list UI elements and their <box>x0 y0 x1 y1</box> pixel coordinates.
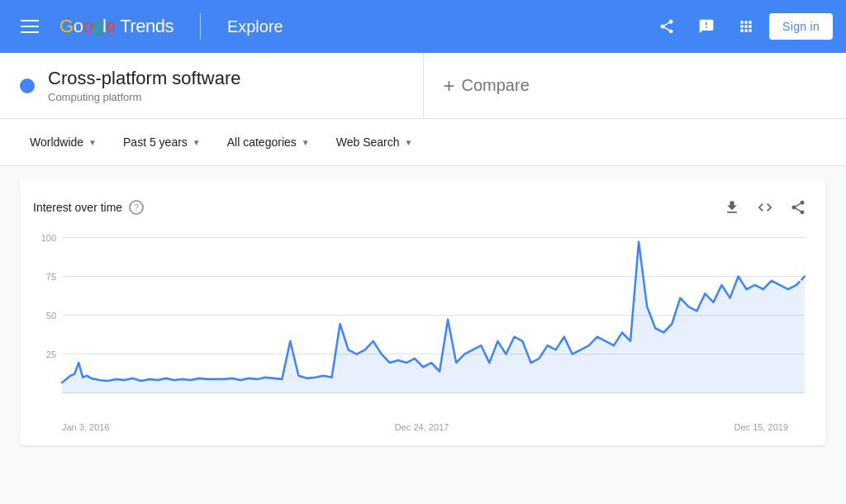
region-label: Worldwide <box>30 136 83 149</box>
main-content: Interest over time ? <box>0 166 846 459</box>
term-info: Cross-platform software Computing platfo… <box>48 68 241 103</box>
header-divider <box>200 13 201 40</box>
svg-text:100: 100 <box>41 232 56 242</box>
interest-over-time-card: Interest over time ? <box>20 179 826 445</box>
compare-plus-icon: + <box>444 74 455 97</box>
help-label: ? <box>134 202 139 212</box>
apps-button[interactable] <box>730 10 763 43</box>
feedback-button[interactable] <box>690 10 723 43</box>
chart-share-button[interactable] <box>783 193 813 222</box>
trend-chart: 100 75 50 25 <box>33 229 813 419</box>
share-icon <box>658 18 675 35</box>
term-name: Cross-platform software <box>48 68 241 89</box>
share-button[interactable] <box>650 10 683 43</box>
app-header: Google Trends Explore Sign in <box>0 0 846 53</box>
search-type-chevron-icon: ▼ <box>404 138 412 147</box>
compare-container: + Compare <box>424 53 847 118</box>
chart-header: Interest over time ? <box>33 193 813 222</box>
search-area: Cross-platform software Computing platfo… <box>0 53 846 166</box>
term-dot <box>20 78 35 93</box>
svg-text:25: 25 <box>46 349 56 359</box>
search-term-container: Cross-platform software Computing platfo… <box>0 53 424 118</box>
chart-title: Interest over time <box>33 201 122 214</box>
chart-title-area: Interest over time ? <box>33 200 144 215</box>
feedback-icon <box>698 18 715 35</box>
logo: Google Trends <box>59 16 173 37</box>
time-chevron-icon: ▼ <box>192 138 201 147</box>
help-icon[interactable]: ? <box>129 200 144 215</box>
explore-label: Explore <box>227 17 283 36</box>
download-button[interactable] <box>717 193 747 222</box>
category-label: All categories <box>227 136 297 149</box>
time-filter[interactable]: Past 5 years ▼ <box>113 129 211 155</box>
logo-text: Google Trends <box>59 16 173 37</box>
x-label-end: Dec 15, 2019 <box>734 422 788 432</box>
term-category: Computing platform <box>48 91 241 103</box>
svg-text:50: 50 <box>46 311 56 321</box>
search-type-label: Web Search <box>336 136 400 149</box>
header-right: Sign in <box>650 10 833 43</box>
time-label: Past 5 years <box>123 136 188 149</box>
hamburger-menu-button[interactable] <box>13 10 46 43</box>
download-icon <box>724 199 740 216</box>
x-axis-labels: Jan 3, 2016 Dec 24, 2017 Dec 15, 2019 <box>33 422 813 432</box>
compare-button[interactable]: + Compare <box>444 74 530 97</box>
chart-share-icon <box>790 199 806 216</box>
x-label-start: Jan 3, 2016 <box>62 422 110 432</box>
hamburger-icon <box>14 13 45 40</box>
chart-actions <box>717 193 813 222</box>
sign-in-button[interactable]: Sign in <box>769 13 833 40</box>
apps-icon <box>738 18 754 35</box>
category-chevron-icon: ▼ <box>302 138 310 147</box>
chart-area: 100 75 50 25 <box>33 229 813 419</box>
region-filter[interactable]: Worldwide ▼ <box>20 129 107 155</box>
filters-row: Worldwide ▼ Past 5 years ▼ All categorie… <box>0 119 846 165</box>
category-filter[interactable]: All categories ▼ <box>217 129 320 155</box>
svg-text:75: 75 <box>46 271 56 281</box>
region-chevron-icon: ▼ <box>88 138 97 147</box>
search-row: Cross-platform software Computing platfo… <box>0 53 846 119</box>
search-type-filter[interactable]: Web Search ▼ <box>326 129 423 155</box>
x-label-mid: Dec 24, 2017 <box>395 422 449 432</box>
compare-label: Compare <box>462 76 530 95</box>
svg-marker-9 <box>62 242 805 393</box>
code-icon <box>757 199 773 216</box>
embed-code-button[interactable] <box>750 193 780 222</box>
header-left: Google Trends Explore <box>13 10 283 43</box>
